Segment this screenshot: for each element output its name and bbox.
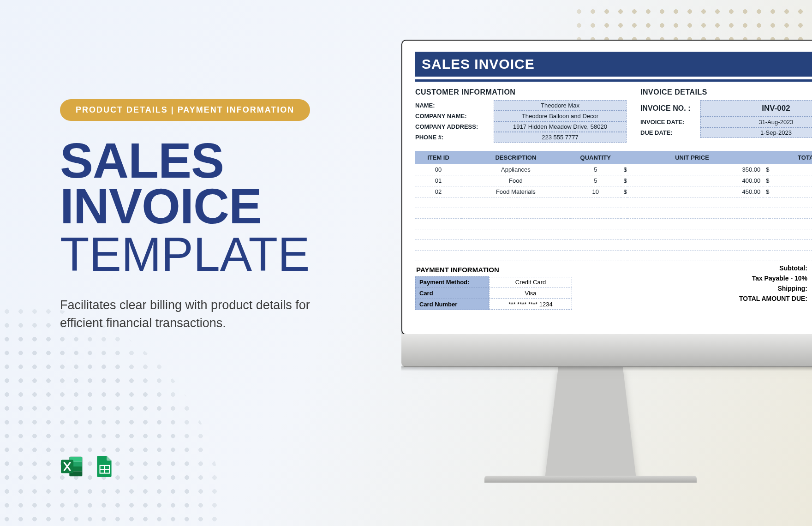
customer-info-section: CUSTOMER INFORMATION NAME:Theodore Max C…	[415, 88, 627, 143]
table-row: 02Food Materials10$450.00$4,	[415, 186, 812, 197]
invoice-details-heading: INVOICE DETAILS	[640, 88, 812, 96]
monitor-mockup: SALES INVOICE CUSTOMER INFORMATION NAME:…	[401, 40, 812, 483]
cell-item-id: 00	[415, 164, 461, 175]
cell-total	[770, 164, 812, 175]
cell-price-currency: $	[621, 186, 627, 197]
tagline-pill: PRODUCT DETAILS | PAYMENT INFORMATION	[60, 99, 310, 121]
customer-company-label: COMPANY NAME:	[415, 111, 494, 121]
subtotal-label: Subtotal:	[706, 264, 807, 272]
halftone-dots-left	[0, 305, 221, 526]
payment-card-value: Visa	[489, 288, 572, 299]
monitor-screen: SALES INVOICE CUSTOMER INFORMATION NAME:…	[401, 40, 812, 335]
cell-total: 2,	[770, 175, 812, 186]
invoice-number-label: INVOICE NO. :	[640, 103, 700, 114]
totals-section: Subtotal:$8, Tax Payable - 10%$ Shipping…	[586, 263, 812, 310]
invoice-date-value: 31-Aug-2023	[700, 117, 812, 127]
file-format-icons	[60, 455, 116, 478]
invoice-title-rule	[415, 79, 812, 82]
subtitle-text: Facilitates clear billing with product d…	[60, 296, 355, 332]
table-row-empty	[415, 208, 812, 219]
cell-quantity: 5	[570, 175, 621, 186]
table-row-empty	[415, 219, 812, 229]
google-sheets-icon	[93, 455, 116, 478]
table-row-empty	[415, 251, 812, 261]
payment-method-label: Payment Method:	[415, 276, 489, 288]
customer-phone-label: PHONE #:	[415, 132, 494, 142]
customer-address-label: COMPANY ADDRESS:	[415, 122, 494, 132]
cell-unit-price: 400.00	[627, 175, 764, 186]
cell-total: 4,	[770, 186, 812, 197]
cell-price-currency: $	[621, 175, 627, 186]
invoice-details-section: INVOICE DETAILS INVOICE NO. :INV-002 INV…	[640, 88, 812, 143]
table-row-empty	[415, 197, 812, 208]
marketing-copy: PRODUCT DETAILS | PAYMENT INFORMATION SA…	[60, 99, 355, 332]
customer-company-value: Theodore Balloon and Decor	[494, 111, 627, 121]
customer-name-label: NAME:	[415, 101, 494, 110]
customer-info-heading: CUSTOMER INFORMATION	[415, 88, 627, 96]
cell-unit-price: 450.00	[627, 186, 764, 197]
table-row-empty	[415, 229, 812, 240]
cell-unit-price: 350.00	[627, 164, 764, 175]
title-line-2: INVOICE	[60, 183, 355, 229]
customer-phone-value: 223 555 7777	[494, 132, 627, 143]
table-row-empty	[415, 240, 812, 251]
cell-total-currency: $	[763, 164, 770, 175]
cell-quantity: 10	[570, 186, 621, 197]
customer-name-value: Theodore Max	[494, 100, 627, 111]
table-row: 00Appliances5$350.00$	[415, 164, 812, 175]
tax-label: Tax Payable - 10%	[706, 275, 807, 282]
monitor-chin	[401, 334, 812, 367]
customer-address-value: 1917 Hidden Meadow Drive, 58020	[494, 121, 627, 132]
payment-info-heading: PAYMENT INFORMATION	[415, 263, 572, 276]
monitor-stand-base	[484, 476, 697, 483]
cell-price-currency: $	[621, 164, 627, 175]
title-line-3: TEMPLATE	[60, 229, 355, 280]
invoice-number-value: INV-002	[700, 100, 812, 117]
col-total: TOTAL	[763, 151, 812, 164]
title-line-1: SALES	[60, 137, 355, 183]
payment-card-label: Card	[415, 288, 489, 299]
cell-description: Appliances	[461, 164, 570, 175]
col-item-id: ITEM ID	[415, 151, 461, 164]
payment-info-section: PAYMENT INFORMATION Payment Method:Credi…	[415, 263, 572, 310]
invoice-date-label: INVOICE DATE:	[640, 117, 700, 127]
payment-cardnum-label: Card Number	[415, 299, 489, 310]
invoice-due-value: 1-Sep-2023	[700, 127, 812, 138]
grand-total-label: TOTAL AMOUNT DUE:	[706, 295, 807, 302]
excel-icon	[60, 455, 83, 478]
col-quantity: QUANTITY	[570, 151, 621, 164]
col-description: DESCRIPTION	[461, 151, 570, 164]
monitor-chin-shadow	[401, 366, 812, 371]
invoice-title-bar: SALES INVOICE	[415, 52, 812, 77]
cell-item-id: 01	[415, 175, 461, 186]
cell-quantity: 5	[570, 164, 621, 175]
cell-description: Food	[461, 175, 570, 186]
col-unit-price: UNIT PRICE	[621, 151, 764, 164]
payment-method-value: Credit Card	[489, 277, 572, 287]
cell-total-currency: $	[763, 186, 770, 197]
payment-cardnum-value: *** **** **** 1234	[489, 299, 572, 310]
cell-description: Food Materials	[461, 186, 570, 197]
monitor-stand-neck	[544, 367, 637, 483]
cell-total-currency: $	[763, 175, 770, 186]
invoice-due-label: DUE DATE:	[640, 128, 700, 137]
line-items-table: ITEM ID DESCRIPTION QUANTITY UNIT PRICE …	[415, 151, 812, 261]
cell-item-id: 02	[415, 186, 461, 197]
table-row: 01Food5$400.00$2,	[415, 175, 812, 186]
shipping-label: Shipping:	[706, 285, 807, 292]
